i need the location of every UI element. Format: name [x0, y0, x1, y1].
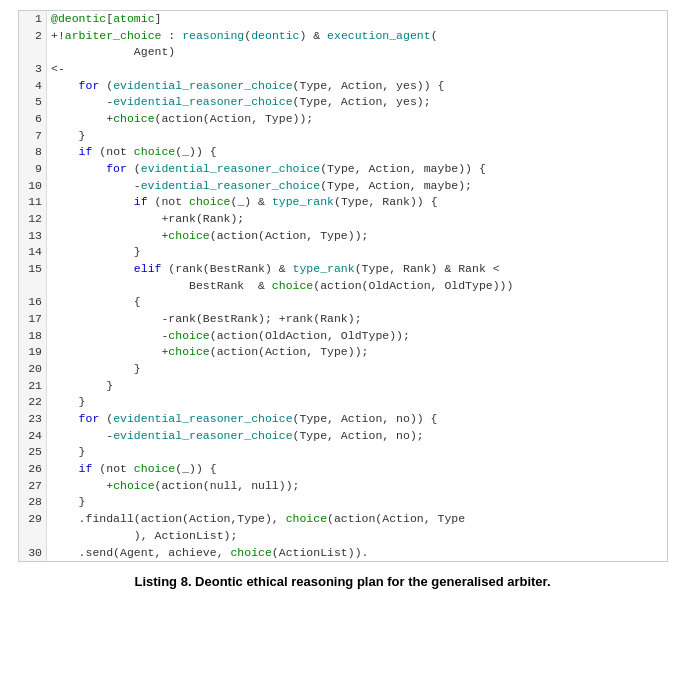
code-content: }: [47, 394, 667, 411]
code-line-16: 16 {: [19, 294, 667, 311]
code-content: +choice(action(Action, Type));: [47, 344, 667, 361]
code-content: if (not choice(_)) {: [47, 144, 667, 161]
code-content: for (evidential_reasoner_choice(Type, Ac…: [47, 411, 667, 428]
code-content: }: [47, 244, 667, 261]
code-content: -choice(action(OldAction, OldType));: [47, 328, 667, 345]
code-content: if (not choice(_)) {: [47, 461, 667, 478]
line-number: 14: [19, 244, 47, 261]
code-line-22: 22 }: [19, 394, 667, 411]
line-number: 1: [19, 11, 47, 28]
code-line-19: 19 +choice(action(Action, Type));: [19, 344, 667, 361]
line-number: 30: [19, 545, 47, 562]
line-number: 4: [19, 78, 47, 95]
code-line-7: 7 }: [19, 128, 667, 145]
line-number: 21: [19, 378, 47, 395]
code-line-1: 1 @deontic[atomic]: [19, 11, 667, 28]
code-content: .findall(action(Action,Type), choice(act…: [47, 511, 667, 544]
code-line-14: 14 }: [19, 244, 667, 261]
figure-caption: Listing 8. Deontic ethical reasoning pla…: [18, 574, 668, 589]
code-line-24: 24 -evidential_reasoner_choice(Type, Act…: [19, 428, 667, 445]
line-number: 17: [19, 311, 47, 328]
code-line-13: 13 +choice(action(Action, Type));: [19, 228, 667, 245]
code-content: }: [47, 444, 667, 461]
code-line-27: 27 +choice(action(null, null));: [19, 478, 667, 495]
code-content: }: [47, 128, 667, 145]
line-number: 16: [19, 294, 47, 311]
line-number: 22: [19, 394, 47, 411]
line-number: 23: [19, 411, 47, 428]
line-number: 11: [19, 194, 47, 211]
code-line-23: 23 for (evidential_reasoner_choice(Type,…: [19, 411, 667, 428]
code-content: -rank(BestRank); +rank(Rank);: [47, 311, 667, 328]
line-number: 20: [19, 361, 47, 378]
code-content: for (evidential_reasoner_choice(Type, Ac…: [47, 78, 667, 95]
code-content: +choice(action(null, null));: [47, 478, 667, 495]
code-content: -evidential_reasoner_choice(Type, Action…: [47, 94, 667, 111]
code-line-11: 11 if (not choice(_) & type_rank(Type, R…: [19, 194, 667, 211]
code-line-21: 21 }: [19, 378, 667, 395]
code-line-15: 15 elif (rank(BestRank) & type_rank(Type…: [19, 261, 667, 294]
line-number: 7: [19, 128, 47, 145]
code-line-29: 29 .findall(action(Action,Type), choice(…: [19, 511, 667, 544]
code-line-10: 10 -evidential_reasoner_choice(Type, Act…: [19, 178, 667, 195]
code-line-18: 18 -choice(action(OldAction, OldType));: [19, 328, 667, 345]
line-number: 5: [19, 94, 47, 111]
line-number: 10: [19, 178, 47, 195]
line-number: 24: [19, 428, 47, 445]
code-content: for (evidential_reasoner_choice(Type, Ac…: [47, 161, 667, 178]
line-number: 26: [19, 461, 47, 478]
code-content: -evidential_reasoner_choice(Type, Action…: [47, 178, 667, 195]
code-content: elif (rank(BestRank) & type_rank(Type, R…: [47, 261, 667, 294]
code-line-26: 26 if (not choice(_)) {: [19, 461, 667, 478]
line-number: 29: [19, 511, 47, 544]
code-content: .send(Agent, achieve, choice(ActionList)…: [47, 545, 667, 562]
code-content: }: [47, 494, 667, 511]
code-content: <-: [47, 61, 667, 78]
code-content: {: [47, 294, 667, 311]
line-number: 12: [19, 211, 47, 228]
code-content: +rank(Rank);: [47, 211, 667, 228]
line-number: 6: [19, 111, 47, 128]
code-line-28: 28 }: [19, 494, 667, 511]
line-number: 3: [19, 61, 47, 78]
code-content: if (not choice(_) & type_rank(Type, Rank…: [47, 194, 667, 211]
line-number: 18: [19, 328, 47, 345]
code-content: -evidential_reasoner_choice(Type, Action…: [47, 428, 667, 445]
code-line-30: 30 .send(Agent, achieve, choice(ActionLi…: [19, 545, 667, 562]
line-number: 9: [19, 161, 47, 178]
line-number: 2: [19, 28, 47, 61]
code-content: +choice(action(Action, Type));: [47, 111, 667, 128]
line-number: 19: [19, 344, 47, 361]
code-content: }: [47, 378, 667, 395]
code-line-3: 3 <-: [19, 61, 667, 78]
code-line-4: 4 for (evidential_reasoner_choice(Type, …: [19, 78, 667, 95]
code-line-5: 5 -evidential_reasoner_choice(Type, Acti…: [19, 94, 667, 111]
code-line-6: 6 +choice(action(Action, Type));: [19, 111, 667, 128]
line-number: 28: [19, 494, 47, 511]
line-number: 25: [19, 444, 47, 461]
code-content: @deontic[atomic]: [47, 11, 667, 28]
code-line-20: 20 }: [19, 361, 667, 378]
code-line-17: 17 -rank(BestRank); +rank(Rank);: [19, 311, 667, 328]
line-number: 27: [19, 478, 47, 495]
code-block: 1 @deontic[atomic] 2 +!arbiter_choice : …: [18, 10, 668, 562]
code-content: +!arbiter_choice : reasoning(deontic) & …: [47, 28, 667, 61]
line-number: 15: [19, 261, 47, 294]
line-number: 13: [19, 228, 47, 245]
code-line-9: 9 for (evidential_reasoner_choice(Type, …: [19, 161, 667, 178]
line-number: 8: [19, 144, 47, 161]
code-line-2: 2 +!arbiter_choice : reasoning(deontic) …: [19, 28, 667, 61]
code-content: +choice(action(Action, Type));: [47, 228, 667, 245]
code-line-8: 8 if (not choice(_)) {: [19, 144, 667, 161]
code-line-12: 12 +rank(Rank);: [19, 211, 667, 228]
caption-label: Listing 8. Deontic ethical reasoning pla…: [134, 574, 550, 589]
code-line-25: 25 }: [19, 444, 667, 461]
code-content: }: [47, 361, 667, 378]
